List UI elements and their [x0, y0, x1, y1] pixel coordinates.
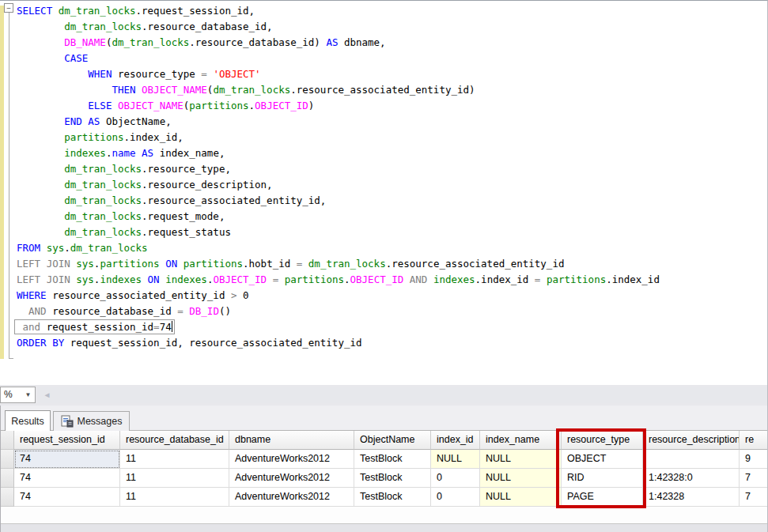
sql-editor[interactable]: − SELECT dm_tran_locks.request_session_i…	[0, 1, 768, 385]
text-caret	[172, 321, 172, 332]
code-line[interactable]: partitions.index_id,	[17, 130, 768, 145]
grid-column-header[interactable]: resource_type	[562, 431, 643, 450]
code-line[interactable]: indexes.name AS index_name,	[17, 145, 768, 161]
grid-cell[interactable]: TestBlock	[354, 469, 431, 488]
scroll-left-icon[interactable]: ◄	[40, 387, 54, 403]
grid-cell[interactable]: OBJECT	[562, 450, 643, 469]
code-line[interactable]: WHEN resource_type = 'OBJECT'	[17, 66, 768, 82]
outline-guide-line	[9, 13, 9, 359]
grid-cell[interactable]: 0	[431, 469, 480, 488]
grid-column-header[interactable]: resource_database_id	[120, 431, 229, 450]
grid-cell[interactable]: NULL	[480, 450, 562, 469]
code-line[interactable]: DB_NAME(dm_tran_locks.resource_database_…	[17, 35, 768, 51]
grid-cell[interactable]: AdventureWorks2012	[229, 469, 354, 488]
code-line[interactable]: dm_tran_locks.resource_associated_entity…	[17, 193, 768, 209]
chevron-down-icon[interactable]: ▼	[22, 388, 34, 402]
grid-cell[interactable]: 74	[14, 469, 120, 488]
grid-cell[interactable]: 11	[120, 488, 229, 507]
grid-cell[interactable]: TestBlock	[354, 488, 431, 507]
tab-messages[interactable]: Messages	[53, 411, 130, 431]
grid-column-header[interactable]: ObjectName	[354, 431, 431, 450]
code-line[interactable]	[17, 351, 768, 367]
code-line[interactable]: SELECT dm_tran_locks.request_session_id,	[17, 3, 768, 19]
code-line[interactable]: END AS ObjectName,	[17, 114, 768, 130]
grid-cell[interactable]: 11	[120, 450, 229, 469]
table-row: 7411AdventureWorks2012TestBlockNULLNULLO…	[1, 450, 768, 469]
grid-cell[interactable]: NULL	[431, 450, 480, 469]
grid-cell[interactable]: AdventureWorks2012	[229, 488, 354, 507]
grid-cell[interactable]: RID	[562, 469, 643, 488]
code-line[interactable]: dm_tran_locks.request_status	[17, 224, 768, 240]
code-line[interactable]: WHERE resource_associated_entity_id > 0	[17, 288, 768, 304]
code-line[interactable]: LEFT JOIN sys.partitions ON partitions.h…	[17, 256, 768, 272]
code-line[interactable]: dm_tran_locks.request_mode,	[17, 209, 768, 224]
code-collapse-icon[interactable]: −	[4, 3, 13, 13]
grid-cell[interactable]: 1:42328	[643, 488, 740, 507]
grid-cell[interactable]: AdventureWorks2012	[229, 450, 354, 469]
grid-horizontal-scrollbar[interactable]	[1, 523, 768, 532]
editor-bottom-chrome: % ▼ ◄	[0, 385, 768, 406]
grid-row-header[interactable]	[1, 469, 14, 488]
grid-column-header[interactable]: re	[740, 431, 768, 450]
grid-cell[interactable]: 74	[14, 450, 120, 469]
grid-cell[interactable]: NULL	[480, 469, 562, 488]
ssms-query-window: − SELECT dm_tran_locks.request_session_i…	[0, 0, 768, 532]
grid-cell[interactable]: 1:42328:0	[643, 469, 740, 488]
code-line[interactable]: THEN OBJECT_NAME(dm_tran_locks.resource_…	[17, 82, 768, 98]
editor-horizontal-scrollbar[interactable]: ◄	[38, 387, 768, 403]
grid-column-header[interactable]: dbname	[229, 431, 354, 450]
grid-column-header[interactable]: resource_description	[643, 431, 740, 450]
code-line[interactable]: dm_tran_locks.resource_type,	[17, 161, 768, 177]
code-line[interactable]: ORDER BY request_session_id, resource_as…	[17, 335, 768, 351]
results-pane: Results Messages request_session_idresou…	[0, 406, 768, 532]
table-row: 7411AdventureWorks2012TestBlock0NULLPAGE…	[1, 488, 768, 507]
tab-results[interactable]: Results	[5, 410, 51, 431]
code-line[interactable]: FROM sys.dm_tran_locks	[17, 240, 768, 256]
grid-corner-header[interactable]	[1, 431, 14, 450]
results-tab-strip: Results Messages	[1, 406, 768, 431]
grid-cell[interactable]: TestBlock	[354, 450, 431, 469]
code-line[interactable]: AND resource_database_id = DB_ID()	[17, 304, 768, 319]
grid-cell[interactable]: 9	[740, 450, 768, 469]
tab-results-label: Results	[11, 416, 44, 427]
current-line-box: and request_session_id=74	[14, 319, 175, 334]
track-changes-bar	[0, 6, 4, 359]
code-line[interactable]: and request_session_id=74	[17, 319, 768, 335]
zoom-level-value: %	[4, 389, 13, 400]
grid-cell[interactable]	[643, 450, 740, 469]
grid-cell[interactable]: 11	[120, 469, 229, 488]
zoom-level-combo[interactable]: % ▼	[0, 387, 36, 403]
tab-messages-label: Messages	[78, 416, 123, 427]
table-row: 7411AdventureWorks2012TestBlock0NULLRID1…	[1, 469, 768, 488]
grid-column-header[interactable]: index_id	[431, 431, 480, 450]
code-line[interactable]: LEFT JOIN sys.indexes ON indexes.OBJECT_…	[17, 272, 768, 288]
grid-cell[interactable]: 0	[431, 488, 480, 507]
code-line[interactable]: dm_tran_locks.resource_database_id,	[17, 19, 768, 35]
grid-cell[interactable]: 7	[740, 469, 768, 488]
code-line[interactable]: CASE	[17, 51, 768, 66]
grid-row-header[interactable]	[1, 450, 14, 469]
grid-cell[interactable]: NULL	[480, 488, 562, 507]
code-line[interactable]: dm_tran_locks.resource_description,	[17, 177, 768, 193]
messages-icon	[61, 415, 74, 428]
outline-guide-end	[9, 358, 13, 359]
grid-cell[interactable]: 7	[740, 488, 768, 507]
code-line[interactable]	[17, 367, 768, 383]
grid-cell[interactable]: PAGE	[562, 488, 643, 507]
grid-column-header[interactable]: request_session_id	[14, 431, 120, 450]
results-grid: request_session_idresource_database_iddb…	[1, 431, 768, 523]
grid-row-header[interactable]	[1, 488, 14, 507]
code-lines: SELECT dm_tran_locks.request_session_id,…	[17, 3, 768, 383]
grid-column-header[interactable]: index_name	[480, 431, 562, 450]
grid-cell[interactable]: 74	[14, 488, 120, 507]
code-line[interactable]: ELSE OBJECT_NAME(partitions.OBJECT_ID)	[17, 98, 768, 114]
